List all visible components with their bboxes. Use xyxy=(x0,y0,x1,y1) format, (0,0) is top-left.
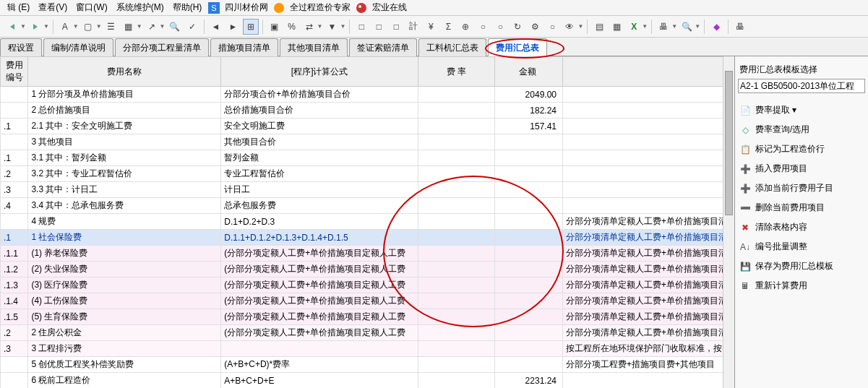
cell-extra[interactable]: 分部分项工程费+措施项目费+其他项目 xyxy=(563,357,734,373)
export-excel-button[interactable]: X xyxy=(626,19,642,35)
cell-rate[interactable] xyxy=(418,230,495,246)
table-row[interactable]: 3 其他项目其他项目合价 xyxy=(1,134,734,150)
cell-rate[interactable] xyxy=(418,134,495,150)
table-row[interactable]: .11 社会保险费D.1.1+D.1.2+D.1.3+D.1.4+D.1.5分部… xyxy=(1,230,734,246)
cell-extra[interactable]: 按工程所在地环境保护部门收取标准，按实 xyxy=(563,341,734,357)
cell-amount[interactable] xyxy=(495,341,563,357)
cell-extra[interactable] xyxy=(563,118,734,134)
cell-extra[interactable] xyxy=(563,166,734,182)
cell-amount[interactable] xyxy=(495,214,563,230)
table-row[interactable]: .33.3 其中：计日工计日工 xyxy=(1,182,734,198)
cell-amount[interactable] xyxy=(495,309,563,325)
calc2-button[interactable]: 計 xyxy=(405,19,421,35)
cell-formula[interactable]: D.1.1+D.1.2+D.1.3+D.1.4+D.1.5 xyxy=(221,230,418,246)
cell-name[interactable]: 3 工程排污费 xyxy=(28,341,221,357)
cell-formula[interactable]: 计日工 xyxy=(221,182,418,198)
cell-id[interactable] xyxy=(1,214,28,230)
cell-name[interactable]: 6 税前工程造价 xyxy=(28,373,221,389)
cell-id[interactable] xyxy=(1,103,28,118)
cell-formula[interactable]: 其他项目合价 xyxy=(221,134,418,150)
cell-formula[interactable]: (分部分项定额人工费+单价措施项目定额人工费 xyxy=(221,277,418,293)
cell-name[interactable]: 2 总价措施项目 xyxy=(28,103,221,118)
table-row[interactable]: .1.4(4) 工伤保险费(分部分项定额人工费+单价措施项目定额人工费分部分项清… xyxy=(1,293,734,309)
cell-name[interactable]: (5) 生育保险费 xyxy=(28,309,221,325)
tab-fee-summary[interactable]: 费用汇总表 xyxy=(488,38,547,56)
cell-amount[interactable]: 157.41 xyxy=(495,118,563,134)
menu-view[interactable]: 查看(V) xyxy=(34,0,72,15)
cell-formula[interactable]: (分部分项定额人工费+单价措施项目定额人工费 xyxy=(221,262,418,277)
cell-name[interactable]: 1 分部分项及单价措施项目 xyxy=(28,87,221,103)
cell-formula[interactable]: (分部分项定额人工费+单价措施项目定额人工费 xyxy=(221,309,418,325)
table-button[interactable]: ▦ xyxy=(609,19,624,35)
cell-extra[interactable]: 分部分项清单定额人工费+单价措施项目清 xyxy=(563,262,734,277)
cell-name[interactable]: 3.3 其中：计日工 xyxy=(28,182,221,198)
header-extra[interactable] xyxy=(563,57,734,87)
undo-button[interactable] xyxy=(4,19,20,35)
box3-button[interactable]: □ xyxy=(388,19,404,35)
sidebar-action-9[interactable]: 🖩重新计算费用 xyxy=(738,276,865,296)
cell-amount[interactable] xyxy=(495,182,563,198)
menu-window[interactable]: 窗口(W) xyxy=(72,0,111,15)
vertical-scrollbar[interactable] xyxy=(723,56,734,388)
table-row[interactable]: .23.2 其中：专业工程暂估价专业工程暂估价 xyxy=(1,166,734,182)
cell-extra[interactable]: 分部分项清单定额人工费+单价措施项目清 xyxy=(563,309,734,325)
cell-rate[interactable] xyxy=(418,325,495,341)
cell-id[interactable]: .1.2 xyxy=(1,262,28,277)
cell-amount[interactable] xyxy=(495,246,563,262)
cell-amount[interactable]: 2231.24 xyxy=(495,373,563,389)
cell-name[interactable]: 1 社会保险费 xyxy=(28,230,221,246)
table-row[interactable]: 6 税前工程造价A+B+C+D+E2231.24 xyxy=(1,373,734,389)
app-label-1[interactable]: 四川材价网 xyxy=(222,1,271,14)
table-row[interactable]: .1.5(5) 生育保险费(分部分项定额人工费+单价措施项目定额人工费分部分项清… xyxy=(1,309,734,325)
cell-name[interactable]: 3.4 其中：总承包服务费 xyxy=(28,198,221,214)
report-button[interactable]: ▤ xyxy=(591,19,607,35)
cell-formula[interactable]: 总承包服务费 xyxy=(221,198,418,214)
filter-button[interactable]: ▼ xyxy=(324,19,340,35)
app-label-2[interactable]: 全过程造价专家 xyxy=(287,1,353,14)
list-button[interactable]: ☰ xyxy=(103,19,119,35)
header-rate[interactable]: 费 率 xyxy=(418,57,495,87)
cell-id[interactable]: .1.1 xyxy=(1,246,28,262)
cell-amount[interactable]: 182.24 xyxy=(495,103,563,118)
cell-id[interactable]: .2 xyxy=(1,325,28,341)
arrow-button[interactable]: ↗ xyxy=(144,19,160,35)
cell-name[interactable]: (2) 失业保险费 xyxy=(28,262,221,277)
cell-id[interactable]: .1 xyxy=(1,230,28,246)
cell-amount[interactable] xyxy=(495,277,563,293)
cell-amount[interactable] xyxy=(495,262,563,277)
cell-rate[interactable] xyxy=(418,309,495,325)
cell-formula[interactable]: (分部分项定额人工费+单价措施项目定额人工费 xyxy=(221,246,418,262)
cell-rate[interactable] xyxy=(418,277,495,293)
cell-formula[interactable]: 安全文明施工费 xyxy=(221,118,418,134)
menu-maintenance[interactable]: 系统维护(M) xyxy=(112,0,168,15)
header-id[interactable]: 费用编号 xyxy=(1,57,28,87)
cell-amount[interactable] xyxy=(495,357,563,373)
menu-help[interactable]: 帮助(H) xyxy=(168,0,207,15)
tree-button[interactable]: ⊞ xyxy=(243,19,259,35)
redo-button[interactable] xyxy=(27,19,43,35)
sidebar-action-2[interactable]: 📋标记为工程造价行 xyxy=(738,139,865,159)
cell-rate[interactable] xyxy=(418,182,495,198)
cell-formula[interactable]: 专业工程暂估价 xyxy=(221,166,418,182)
sum-button[interactable]: Σ xyxy=(440,19,456,35)
cell-name[interactable]: (1) 养老保险费 xyxy=(28,246,221,262)
cell-name[interactable]: 3.1 其中：暂列金额 xyxy=(28,150,221,166)
sidebar-action-4[interactable]: ➕添加当前行费用子目 xyxy=(738,178,865,198)
table-row[interactable]: .12.1 其中：安全文明施工费安全文明施工费157.41 xyxy=(1,118,734,134)
tab-edit-docs[interactable]: 编制/清单说明 xyxy=(43,38,113,56)
table-row[interactable]: 2 总价措施项目总价措施项目合价182.24 xyxy=(1,103,734,118)
cell-id[interactable] xyxy=(1,87,28,103)
sidebar-action-8[interactable]: 💾保存为费用汇总模板 xyxy=(738,256,865,276)
cell-amount[interactable]: 2049.00 xyxy=(495,87,563,103)
cell-extra[interactable] xyxy=(563,373,734,389)
tab-other[interactable]: 其他项目清单 xyxy=(280,38,348,56)
app-icon-1[interactable]: S xyxy=(208,2,220,14)
table-row[interactable]: .1.3(3) 医疗保险费(分部分项定额人工费+单价措施项目定额人工费分部分项清… xyxy=(1,277,734,293)
template-select[interactable] xyxy=(738,79,865,93)
table-row[interactable]: 1 分部分项及单价措施项目分部分项合价+单价措施项目合价2049.00 xyxy=(1,87,734,103)
cell-amount[interactable] xyxy=(495,325,563,341)
cell-extra[interactable] xyxy=(563,198,734,214)
cell-formula[interactable]: 分部分项合价+单价措施项目合价 xyxy=(221,87,418,103)
app-label-3[interactable]: 宏业在线 xyxy=(369,1,410,14)
cell-id[interactable] xyxy=(1,357,28,373)
